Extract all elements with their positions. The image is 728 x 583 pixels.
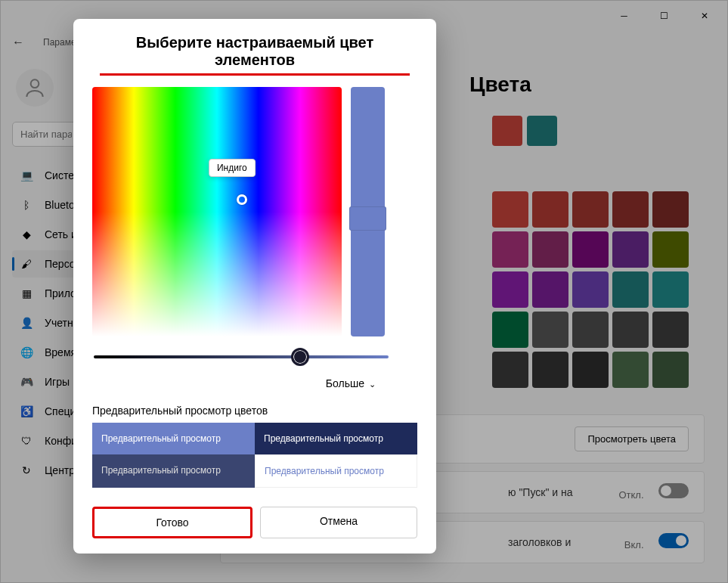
preview-grid: Предварительный просмотр Предварительный… xyxy=(92,423,417,488)
done-button[interactable]: Готово xyxy=(92,507,252,538)
modal-overlay: Выберите настраиваемый цвет элементов Ин… xyxy=(0,0,728,583)
value-slider[interactable] xyxy=(94,355,389,358)
color-preview-bar[interactable] xyxy=(351,87,385,336)
dialog-title: Выберите настраиваемый цвет элементов xyxy=(100,34,410,76)
preview-swatch-1: Предварительный просмотр xyxy=(92,423,255,454)
preview-swatch-3: Предварительный просмотр xyxy=(92,454,255,488)
color-spectrum[interactable]: Индиго xyxy=(92,87,342,336)
more-toggle[interactable]: Больше⌄ xyxy=(92,377,417,389)
color-picker-dialog: Выберите настраиваемый цвет элементов Ин… xyxy=(73,19,436,554)
preview-swatch-4: Предварительный просмотр xyxy=(255,454,417,488)
cancel-button[interactable]: Отмена xyxy=(260,507,417,538)
color-cursor[interactable] xyxy=(237,194,247,205)
preview-section-label: Предварительный просмотр цветов xyxy=(92,405,417,417)
color-name-tooltip: Индиго xyxy=(209,159,256,177)
preview-swatch-2: Предварительный просмотр xyxy=(255,423,417,454)
chevron-down-icon: ⌄ xyxy=(369,380,376,389)
